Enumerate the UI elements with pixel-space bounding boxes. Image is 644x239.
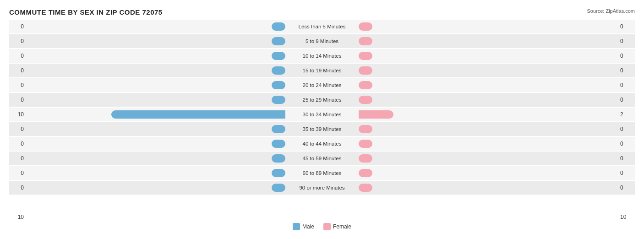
male-bar-container xyxy=(27,65,285,76)
male-bar-container xyxy=(27,124,285,134)
row-label: 90 or more Minutes xyxy=(285,185,359,190)
male-bar-container xyxy=(27,36,285,46)
left-value: 0 xyxy=(9,97,27,103)
male-bar xyxy=(272,81,285,89)
row-label: 35 to 39 Minutes xyxy=(285,126,359,132)
male-bar xyxy=(272,96,285,104)
male-bar-container xyxy=(27,95,285,105)
female-bar-container xyxy=(359,183,617,193)
female-bar xyxy=(359,184,372,192)
right-value: 0 xyxy=(617,170,635,176)
female-bar-container xyxy=(359,95,617,105)
left-value: 0 xyxy=(9,53,27,59)
male-bar-container xyxy=(27,168,285,178)
male-bar xyxy=(272,66,285,75)
legend-male-label: Male xyxy=(302,223,314,230)
chart-row: 0 40 to 44 Minutes 0 xyxy=(9,137,635,151)
female-bar-container xyxy=(359,36,617,46)
male-bar xyxy=(272,140,285,148)
female-bar-container xyxy=(359,139,617,149)
left-value: 0 xyxy=(9,155,27,162)
axis-left-label: 10 xyxy=(9,214,27,220)
female-bar xyxy=(359,125,372,133)
row-label: 40 to 44 Minutes xyxy=(285,141,359,147)
female-bar xyxy=(359,52,372,60)
chart-row: 0 60 to 89 Minutes 0 xyxy=(9,166,635,180)
male-bar-container xyxy=(27,109,285,120)
legend-male-box xyxy=(293,223,300,230)
female-bar xyxy=(359,81,372,89)
row-label: 5 to 9 Minutes xyxy=(285,38,359,44)
male-bar xyxy=(111,110,285,119)
row-label: 20 to 24 Minutes xyxy=(285,82,359,88)
legend-female-box xyxy=(323,223,331,230)
left-value: 0 xyxy=(9,23,27,30)
female-bar xyxy=(359,169,372,177)
chart-title: COMMUTE TIME BY SEX IN ZIP CODE 72075 xyxy=(9,8,635,16)
legend: Male Female xyxy=(9,223,635,230)
chart-row: 0 Less than 5 Minutes 0 xyxy=(9,20,635,33)
right-value: 2 xyxy=(617,111,635,118)
chart-row: 0 10 to 14 Minutes 0 xyxy=(9,49,635,63)
right-value: 0 xyxy=(617,141,635,147)
right-value: 0 xyxy=(617,185,635,191)
chart-row: 10 30 to 34 Minutes 2 xyxy=(9,108,635,121)
row-label: 25 to 29 Minutes xyxy=(285,97,359,103)
right-value: 0 xyxy=(617,126,635,132)
legend-male: Male xyxy=(293,223,314,230)
row-label: Less than 5 Minutes xyxy=(285,24,359,29)
male-bar xyxy=(272,52,285,60)
female-bar-container xyxy=(359,65,617,76)
female-bar-container xyxy=(359,22,617,32)
male-bar-container xyxy=(27,153,285,163)
left-value: 0 xyxy=(9,38,27,44)
right-value: 0 xyxy=(617,97,635,103)
row-label: 10 to 14 Minutes xyxy=(285,53,359,59)
female-bar-container xyxy=(359,168,617,178)
chart-row: 0 25 to 29 Minutes 0 xyxy=(9,93,635,107)
female-bar-container xyxy=(359,51,617,61)
male-bar xyxy=(272,37,285,45)
male-bar-container xyxy=(27,80,285,90)
right-value: 0 xyxy=(617,23,635,30)
female-bar-container xyxy=(359,109,617,120)
axis-row: 10 10 xyxy=(9,214,635,220)
chart-row: 0 35 to 39 Minutes 0 xyxy=(9,122,635,136)
female-bar xyxy=(359,37,372,45)
male-bar xyxy=(272,184,285,192)
female-bar xyxy=(359,110,393,119)
row-label: 15 to 19 Minutes xyxy=(285,68,359,73)
male-bar xyxy=(272,125,285,133)
female-bar-container xyxy=(359,153,617,163)
left-value: 0 xyxy=(9,185,27,191)
right-value: 0 xyxy=(617,38,635,44)
chart-row: 0 15 to 19 Minutes 0 xyxy=(9,64,635,77)
left-value: 0 xyxy=(9,141,27,147)
right-value: 0 xyxy=(617,155,635,162)
legend-female: Female xyxy=(323,223,351,230)
chart-row: 0 20 to 24 Minutes 0 xyxy=(9,78,635,92)
left-value: 10 xyxy=(9,111,27,118)
source-label: Source: ZipAtlas.com xyxy=(587,8,635,14)
female-bar xyxy=(359,22,372,31)
female-bar-container xyxy=(359,80,617,90)
female-bar xyxy=(359,154,372,163)
left-value: 0 xyxy=(9,82,27,88)
male-bar-container xyxy=(27,51,285,61)
row-label: 60 to 89 Minutes xyxy=(285,170,359,176)
female-bar xyxy=(359,96,372,104)
axis-right-label: 10 xyxy=(617,214,635,220)
chart-container: COMMUTE TIME BY SEX IN ZIP CODE 72075 So… xyxy=(0,0,644,239)
right-value: 0 xyxy=(617,53,635,59)
right-value: 0 xyxy=(617,82,635,88)
legend-female-label: Female xyxy=(333,223,351,230)
left-value: 0 xyxy=(9,170,27,176)
chart-row: 0 45 to 59 Minutes 0 xyxy=(9,152,635,165)
chart-row: 0 90 or more Minutes 0 xyxy=(9,181,635,195)
male-bar xyxy=(272,154,285,163)
male-bar-container xyxy=(27,139,285,149)
row-label: 30 to 34 Minutes xyxy=(285,112,359,117)
male-bar-container xyxy=(27,22,285,32)
female-bar-container xyxy=(359,124,617,134)
chart-area: 0 Less than 5 Minutes 0 0 5 to 9 Minutes xyxy=(9,20,635,212)
